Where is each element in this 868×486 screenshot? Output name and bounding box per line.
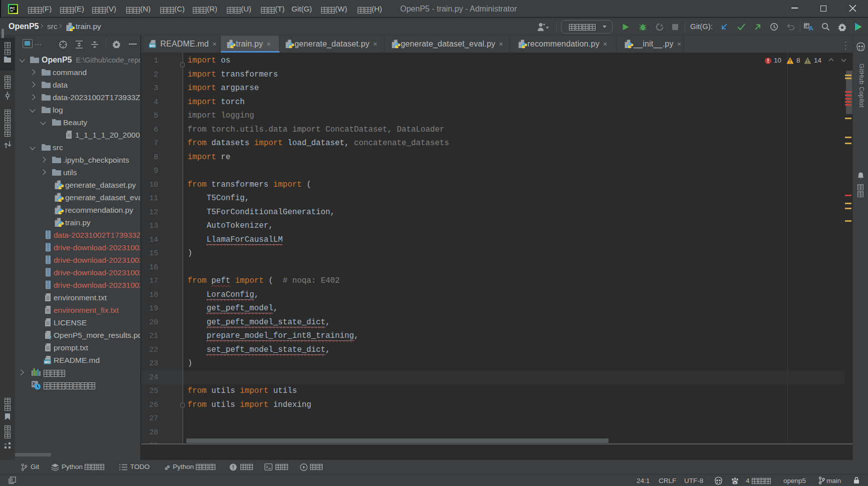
svg-text:du: du — [733, 481, 736, 484]
svg-text:A: A — [809, 25, 814, 32]
svg-text:PC: PC — [10, 6, 15, 11]
